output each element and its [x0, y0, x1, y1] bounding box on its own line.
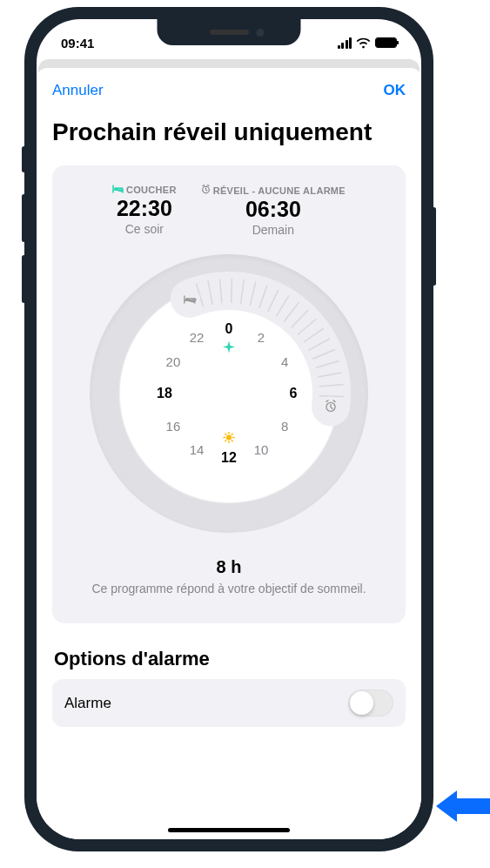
alarm-options-title: Options d'alarme — [54, 648, 404, 670]
dial-hour-2: 2 — [258, 330, 265, 345]
dial-hour-16: 16 — [166, 418, 181, 433]
cellular-icon — [338, 37, 352, 49]
alarm-toggle-row: Alarme — [52, 679, 406, 727]
sun-icon — [223, 431, 235, 446]
wake-handle — [320, 396, 341, 417]
page-title: Prochain réveil uniquement — [52, 118, 406, 146]
volume-up-button — [22, 194, 26, 242]
dial-hour-22: 22 — [190, 330, 205, 345]
duration-hours: 8 h — [68, 557, 390, 577]
bedtime-block: COUCHER 22:30 Ce soir — [112, 185, 177, 237]
dial-hour-12: 12 — [221, 450, 237, 466]
sleep-schedule-card: COUCHER 22:30 Ce soir RÉVEIL - AUCUNE AL… — [52, 165, 406, 623]
sleep-schedule-modal: Annuler OK Prochain réveil uniquement CO… — [37, 68, 421, 839]
wake-day: Demain — [201, 223, 346, 237]
dial-hour-18: 18 — [157, 386, 172, 401]
dial-hour-6: 6 — [290, 386, 298, 401]
callout-arrow — [436, 791, 490, 822]
cancel-button[interactable]: Annuler — [52, 82, 104, 99]
power-button — [432, 207, 436, 286]
dial-hour-4: 4 — [281, 353, 288, 368]
sparkle-icon — [223, 340, 235, 355]
notch — [158, 19, 301, 45]
dial-hour-8: 8 — [281, 418, 288, 433]
alarm-icon — [201, 185, 211, 196]
bedtime-value: 22:30 — [112, 197, 177, 221]
phone-frame: 09:41 Annuler OK Prochain réveil uniquem… — [24, 7, 433, 851]
wake-value: 06:30 — [201, 198, 346, 222]
dial-hour-14: 14 — [190, 441, 205, 456]
bedtime-day: Ce soir — [112, 222, 177, 236]
duration-message: Ce programme répond à votre objectif de … — [68, 581, 390, 598]
svg-line-4 — [232, 279, 232, 303]
battery-icon — [375, 37, 397, 48]
screen: 09:41 Annuler OK Prochain réveil uniquem… — [37, 19, 421, 839]
wifi-icon — [356, 37, 371, 49]
sleep-dial[interactable]: 0246810121416182022 — [90, 254, 368, 533]
bedtime-label: COUCHER — [126, 185, 177, 195]
bed-icon — [112, 185, 124, 195]
front-camera — [257, 29, 265, 37]
status-time: 09:41 — [61, 36, 94, 50]
dial-hour-20: 20 — [166, 353, 181, 368]
dial-hour-0: 0 — [225, 321, 233, 337]
wake-block: RÉVEIL - AUCUNE ALARME 06:30 Demain — [201, 185, 346, 237]
bedtime-handle — [179, 287, 200, 308]
alarm-toggle[interactable] — [348, 690, 393, 717]
volume-down-button — [22, 255, 26, 303]
speaker — [210, 30, 249, 35]
svg-point-23 — [226, 434, 232, 440]
dial-hour-10: 10 — [254, 441, 269, 456]
home-indicator[interactable] — [168, 828, 290, 832]
svg-line-19 — [319, 395, 344, 396]
alarm-label: Alarme — [64, 695, 111, 712]
wake-label: RÉVEIL - AUCUNE ALARME — [213, 185, 346, 196]
ok-button[interactable]: OK — [384, 82, 406, 99]
silent-switch — [22, 146, 26, 172]
